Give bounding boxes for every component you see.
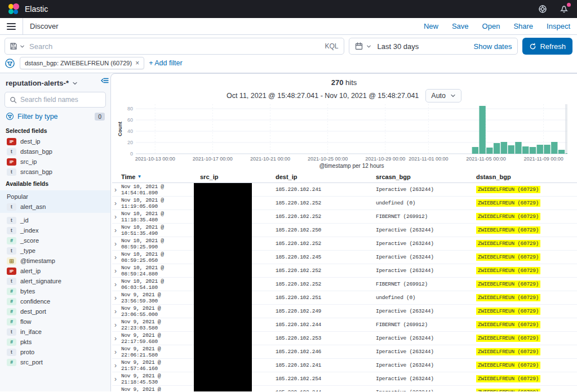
expand-row-icon[interactable]: › <box>112 321 121 329</box>
query-language-badge[interactable]: KQL <box>319 42 344 50</box>
field-search-input[interactable] <box>20 96 101 104</box>
expand-row-icon[interactable]: › <box>112 389 121 392</box>
index-pattern-selector[interactable]: reputation-alerts-* <box>5 78 106 92</box>
highlighted-value: ZWIEBELFREUN (60729) <box>476 375 540 382</box>
expand-row-icon[interactable]: › <box>112 199 121 207</box>
popular-fields-list: talert_asn <box>5 202 106 212</box>
number-type-icon: # <box>7 359 16 366</box>
column-header-srcasn_bgp[interactable]: srcasn_bgp <box>376 173 476 180</box>
field-item-proto[interactable]: tproto <box>5 347 106 357</box>
field-item-in_iface[interactable]: tin_iface <box>5 327 106 337</box>
expand-row-icon[interactable]: › <box>112 253 121 261</box>
filter-by-type-link[interactable]: Filter by type <box>17 113 58 121</box>
expand-row-icon[interactable]: › <box>112 213 121 221</box>
fields-sidebar: reputation-alerts-* Filter by type 0 Sel… <box>0 73 110 391</box>
field-item-alert_ip[interactable]: IPalert_ip <box>5 266 106 276</box>
interval-select[interactable]: Auto <box>425 89 461 103</box>
menu-icon[interactable] <box>7 23 16 30</box>
chevron-down-icon <box>366 44 371 49</box>
svg-text:2021-10-21 00:00: 2021-10-21 00:00 <box>250 156 290 162</box>
string-type-icon: t <box>7 278 16 285</box>
alerts-bell-icon[interactable] <box>559 4 569 14</box>
field-name: src_ip <box>20 158 37 165</box>
column-header-dest_ip[interactable]: dest_ip <box>276 173 376 180</box>
nav-link-inspect[interactable]: Inspect <box>547 22 570 30</box>
field-item-flow[interactable]: #flow <box>5 317 106 327</box>
svg-text:80: 80 <box>127 106 133 112</box>
field-item-_id[interactable]: t_id <box>5 215 106 225</box>
column-header-src_ip[interactable]: src_ip <box>200 173 276 180</box>
field-item-srcasn_bgp[interactable]: tsrcasn_bgp <box>5 167 106 177</box>
nav-link-share[interactable]: Share <box>513 22 533 30</box>
number-type-icon: # <box>7 298 16 305</box>
filter-pill[interactable]: dstasn_bgp: ZWIEBELFREUN (60729) × <box>20 57 144 69</box>
expand-row-icon[interactable]: › <box>112 348 121 356</box>
field-item-dest_port[interactable]: #dest_port <box>5 306 106 317</box>
filter-bar: dstasn_bgp: ZWIEBELFREUN (60729) × + Add… <box>0 57 577 73</box>
field-name: _index <box>20 227 38 234</box>
svg-text:2021-10-25 00:00: 2021-10-25 00:00 <box>308 156 348 162</box>
cell-time: Nov 9, 2021 @ 22:23:03.580 <box>121 319 200 331</box>
refresh-button[interactable]: Refresh <box>522 38 572 55</box>
search-input[interactable] <box>29 42 319 51</box>
expand-row-icon[interactable]: › <box>112 240 121 248</box>
expand-row-icon[interactable]: › <box>112 186 121 194</box>
field-name: dest_ip <box>20 138 40 145</box>
cell-dstasn_bgp: ZWIEBELFREUN (60729) <box>476 349 577 355</box>
expand-row-icon[interactable]: › <box>112 226 121 234</box>
cell-srcasn_bgp: Iperactive (263244) <box>376 240 476 247</box>
remove-filter-icon[interactable]: × <box>135 59 139 67</box>
hits-label: hits <box>345 78 357 87</box>
show-dates-link[interactable]: Show dates <box>474 42 512 51</box>
field-name: flow <box>20 318 32 325</box>
field-item-src_ip[interactable]: IPsrc_ip <box>5 157 106 167</box>
saved-query-button[interactable] <box>5 42 29 50</box>
cell-srcasn_bgp: Iperactive (263244) <box>376 308 476 314</box>
add-filter-link[interactable]: + Add filter <box>149 59 182 67</box>
string-type-icon: t <box>7 227 16 234</box>
date-picker[interactable]: Last 30 days Show dates <box>349 38 518 55</box>
highlighted-value: ZWIEBELFREUN (60729) <box>476 186 540 193</box>
nav-link-save[interactable]: Save <box>452 22 469 30</box>
nav-link-new[interactable]: New <box>424 22 438 30</box>
cell-dstasn_bgp: ZWIEBELFREUN (60729) <box>476 268 577 274</box>
index-pattern-name: reputation-alerts-* <box>6 79 69 87</box>
expand-row-icon[interactable]: › <box>112 362 121 369</box>
cell-dest_ip: 185.220.102.246 <box>276 349 376 355</box>
expand-row-icon[interactable]: › <box>112 267 121 275</box>
expand-row-icon[interactable]: › <box>112 280 121 288</box>
expand-row-icon[interactable]: › <box>112 294 121 302</box>
field-item-src_port[interactable]: #src_port <box>5 357 106 367</box>
elastic-logo[interactable] <box>8 3 19 15</box>
expand-row-icon[interactable]: › <box>112 335 121 342</box>
collapse-sidebar-icon[interactable] <box>101 77 109 84</box>
field-item-pkts[interactable]: #pkts <box>5 337 106 347</box>
src-ip-redaction-block <box>194 183 252 391</box>
help-icon[interactable] <box>538 4 548 14</box>
cell-dest_ip: 185.220.102.249 <box>276 308 376 314</box>
expand-row-icon[interactable]: › <box>112 308 121 315</box>
histogram-chart[interactable]: 0204060802021-10-13 00:002021-10-17 00:0… <box>111 103 577 170</box>
field-item-alert_signature[interactable]: talert_signature <box>5 276 106 286</box>
field-item-bytes[interactable]: #bytes <box>5 286 106 296</box>
nav-link-open[interactable]: Open <box>482 22 500 30</box>
column-header-time[interactable]: Time▼ <box>121 173 200 180</box>
cell-srcasn_bgp: Iperactive (263244) <box>376 268 476 274</box>
field-item-alert_asn[interactable]: talert_asn <box>5 202 106 212</box>
field-item-dest_ip[interactable]: IPdest_ip <box>5 136 106 146</box>
field-item-confidence[interactable]: #confidence <box>5 296 106 306</box>
cell-srcasn_bgp: Iperactive (263244) <box>376 186 476 193</box>
table-row: ›Nov 10, 2021 @ 10:51:35.490185.220.102.… <box>112 224 577 237</box>
filter-icon[interactable] <box>5 58 15 69</box>
field-item-_score[interactable]: #_score <box>5 235 106 246</box>
field-item-@timestamp[interactable]: ⊞@timestamp <box>5 256 106 266</box>
column-header-dstasn_bgp[interactable]: dstasn_bgp <box>476 173 577 180</box>
field-item-dstasn_bgp[interactable]: tdstasn_bgp <box>5 146 106 157</box>
filter-type-icon[interactable] <box>6 112 14 121</box>
number-type-icon: # <box>7 318 16 326</box>
highlighted-value: ZWIEBELFREUN (60729) <box>476 240 540 247</box>
field-item-_type[interactable]: t_type <box>5 246 106 256</box>
expand-row-icon[interactable]: › <box>112 375 121 383</box>
page-title: Discover <box>30 22 59 30</box>
field-item-_index[interactable]: t_index <box>5 225 106 235</box>
